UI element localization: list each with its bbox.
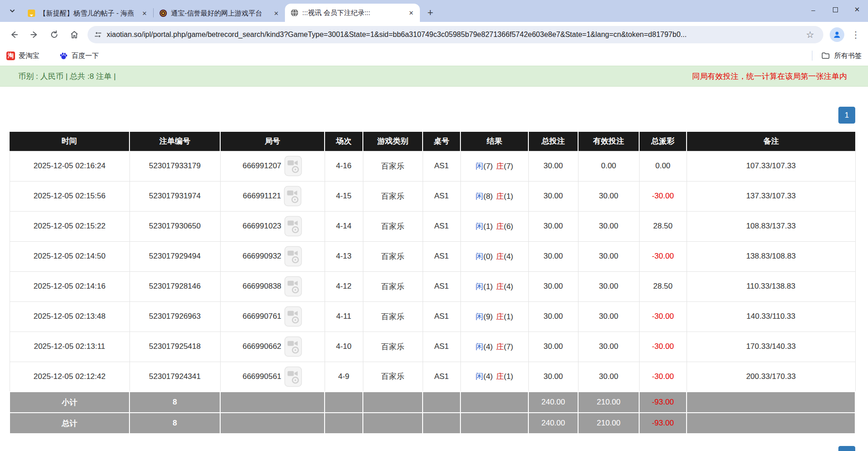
- baidu-paw-icon: [59, 52, 68, 60]
- cell-time: 2025-12-05 02:13:11: [10, 332, 129, 362]
- total-bet-link[interactable]: 30.00: [528, 271, 578, 301]
- cell-bet-id: 523017928146: [129, 271, 220, 301]
- bookmark-label: 百度一下: [72, 52, 99, 60]
- cell-session: 4-16: [325, 151, 363, 181]
- table-row: 2025-12-05 02:15:56 523017931974 6669911…: [10, 181, 855, 211]
- total-bet-link[interactable]: 30.00: [528, 332, 578, 362]
- cell-table-no: AS1: [423, 271, 460, 301]
- cell-valid-bet: 0.00: [578, 151, 639, 181]
- video-icon[interactable]: [284, 336, 302, 357]
- result-player: 闲: [475, 282, 483, 291]
- cell-bet-id: 523017931974: [129, 181, 220, 211]
- total-bet-link[interactable]: 30.00: [528, 181, 578, 211]
- total-bet-link[interactable]: 30.00: [528, 362, 578, 392]
- total-bet-link[interactable]: 30.00: [528, 301, 578, 332]
- video-icon[interactable]: [284, 246, 302, 267]
- video-icon[interactable]: [284, 276, 302, 297]
- result-banker-count: (4): [504, 282, 513, 291]
- tab-bet-record-active[interactable]: :::视讯 会员下注纪录::: ✕: [285, 4, 420, 22]
- forward-button[interactable]: [25, 25, 44, 44]
- cell-time: 2025-12-05 02:12:42: [10, 362, 129, 392]
- tab-search-chevron-icon[interactable]: [5, 3, 20, 19]
- cell-session: 4-15: [325, 181, 363, 211]
- result-banker: 庄: [496, 342, 504, 351]
- pagination: 1: [0, 107, 855, 124]
- omnibox-url-bar[interactable]: xiaotian.so/ipl/portal.php/game/betrecor…: [88, 26, 823, 43]
- page-1-button-bottom[interactable]: 1: [838, 446, 855, 451]
- tab-close-icon[interactable]: ✕: [272, 9, 280, 17]
- cell-time: 2025-12-05 02:14:50: [10, 241, 129, 271]
- video-icon[interactable]: [284, 366, 302, 387]
- video-icon[interactable]: [284, 186, 302, 207]
- cell-game-type: 百家乐: [363, 301, 423, 332]
- cell-round-id: 666990761: [220, 301, 325, 332]
- empty-cell: [687, 413, 855, 434]
- bookmark-star-icon[interactable]: ☆: [803, 28, 817, 41]
- video-icon[interactable]: [284, 216, 302, 237]
- home-button[interactable]: [65, 25, 84, 44]
- url-text[interactable]: xiaotian.so/ipl/portal.php/game/betrecor…: [107, 31, 803, 39]
- tab-tongbao[interactable]: 通宝-信誉最好的网上游戏平台 ✕: [154, 5, 285, 22]
- result-player-count: (7): [483, 162, 493, 171]
- result-banker-count: (4): [504, 252, 513, 261]
- tab-close-icon[interactable]: ✕: [140, 9, 149, 17]
- all-bookmarks-button[interactable]: 所有书签: [812, 51, 862, 61]
- cell-session: 4-14: [325, 211, 363, 241]
- col-result: 结果: [460, 132, 528, 151]
- cell-result: 闲(1)庄(6): [460, 211, 528, 241]
- col-time: 时间: [10, 132, 129, 151]
- cell-round-id: 666991121: [220, 181, 325, 211]
- result-player: 闲: [475, 342, 483, 351]
- tab-forum-post[interactable]: 【新提醒】杨雪儿的帖子 - 海燕 ✕: [22, 5, 153, 22]
- minimize-button[interactable]: –: [802, 0, 824, 19]
- all-bookmarks-label: 所有书签: [834, 52, 862, 60]
- col-table-no: 桌号: [423, 132, 460, 151]
- cell-game-type: 百家乐: [363, 181, 423, 211]
- cell-result: 闲(9)庄(1): [460, 301, 528, 332]
- site-settings-tune-icon[interactable]: [94, 31, 102, 39]
- round-id: 666990561: [243, 372, 281, 381]
- result-player-count: (1): [483, 222, 493, 231]
- browser-tab-strip: 【新提醒】杨雪儿的帖子 - 海燕 ✕ 通宝-信誉最好的网上游戏平台 ✕ :::视…: [0, 0, 868, 22]
- result-player-count: (1): [483, 282, 493, 291]
- folder-icon: [822, 52, 830, 60]
- table-row: 2025-12-05 02:14:50 523017929494 6669909…: [10, 241, 855, 271]
- bookmark-aitaobao[interactable]: 淘 爱淘宝: [6, 52, 39, 60]
- new-tab-button[interactable]: +: [424, 6, 437, 20]
- browser-toolbar: xiaotian.so/ipl/portal.php/game/betrecor…: [0, 22, 868, 47]
- kebab-menu-icon[interactable]: ⋮: [848, 27, 863, 42]
- cell-game-type: 百家乐: [363, 362, 423, 392]
- profile-avatar[interactable]: [830, 27, 844, 42]
- close-window-button[interactable]: ✕: [846, 0, 868, 19]
- cell-remark: 107.33/107.33: [687, 151, 855, 181]
- result-banker-count: (6): [504, 222, 513, 231]
- total-bet-link[interactable]: 30.00: [528, 151, 578, 181]
- video-icon[interactable]: [284, 306, 302, 327]
- table-row: 2025-12-05 02:13:11 523017925418 6669906…: [10, 332, 855, 362]
- cell-session: 4-12: [325, 271, 363, 301]
- bookmark-baidu[interactable]: 百度一下: [59, 52, 99, 60]
- cell-payout: 28.50: [639, 271, 687, 301]
- cell-result: 闲(4)庄(1): [460, 362, 528, 392]
- cell-bet-id: 523017926963: [129, 301, 220, 332]
- cell-table-no: AS1: [423, 241, 460, 271]
- cell-round-id: 666990838: [220, 271, 325, 301]
- cell-result: 闲(0)庄(4): [460, 241, 528, 271]
- tab-title: 【新提醒】杨雪儿的帖子 - 海燕: [39, 9, 137, 18]
- bet-record-table: 时间 注单编号 局号 场次 游戏类别 桌号 结果 总投注 有效投注 总派彩 备注…: [9, 132, 856, 434]
- page-1-button[interactable]: 1: [838, 107, 855, 124]
- reload-button[interactable]: [45, 25, 64, 44]
- total-bet-link[interactable]: 30.00: [528, 241, 578, 271]
- tab-close-icon[interactable]: ✕: [407, 9, 415, 17]
- cell-payout: 28.50: [639, 211, 687, 241]
- cell-payout: -30.00: [639, 332, 687, 362]
- video-icon[interactable]: [284, 156, 302, 176]
- cell-payout: -30.00: [639, 241, 687, 271]
- cell-valid-bet: 30.00: [578, 301, 639, 332]
- cell-result: 闲(4)庄(7): [460, 332, 528, 362]
- summary-notice-bar: 币别 : 人民币 | 总共 :8 注单 | 同局有效投注，统一计算在该局第一张注…: [0, 66, 868, 87]
- maximize-button[interactable]: [824, 0, 846, 19]
- cell-remark: 110.33/138.83: [687, 271, 855, 301]
- total-bet-link[interactable]: 30.00: [528, 211, 578, 241]
- back-button[interactable]: [5, 25, 24, 44]
